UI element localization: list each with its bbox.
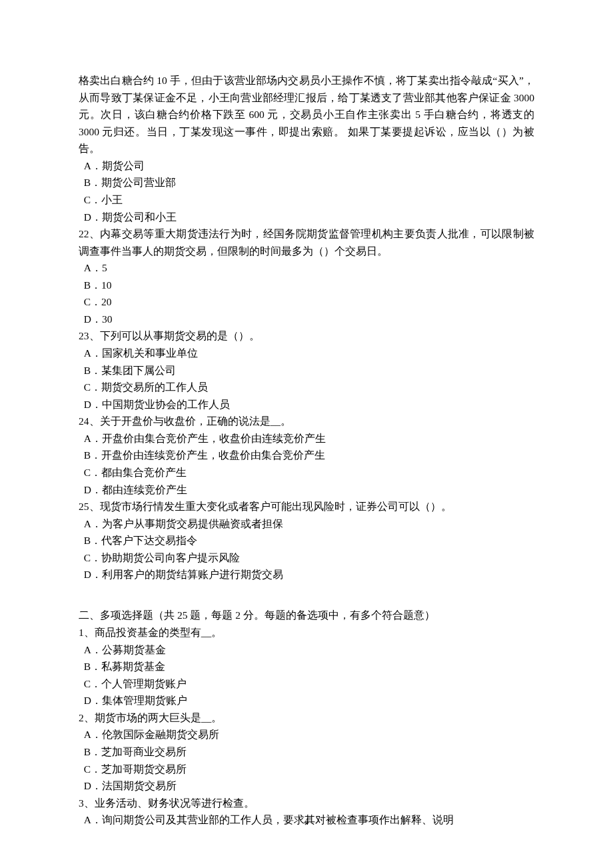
q24-stem: 24、关于开盘价与收盘价，正确的说法是__。 xyxy=(79,413,534,430)
q21-option-c: C．小王 xyxy=(79,191,534,209)
mq1-stem: 1、商品投资基金的类型有__。 xyxy=(79,624,534,641)
q23-option-c: C．期货交易所的工作人员 xyxy=(79,379,534,396)
q23-stem: 23、下列可以从事期货交易的是（）。 xyxy=(79,327,534,345)
intro-paragraph: 格卖出白糖合约 10 手，但由于该营业部场内交易员小王操作不慎，将丁某卖出指令敲… xyxy=(79,72,534,157)
q21-option-d: D．期货公司和小王 xyxy=(79,209,534,226)
mq1-option-b: B．私募期货基金 xyxy=(79,658,534,675)
mq3-stem: 3、业务活动、财务状况等进行检查。 xyxy=(79,795,534,812)
q25-option-a: A．为客户从事期货交易提供融资或者担保 xyxy=(79,515,534,533)
section2-title: 二、多项选择题（共 25 题，每题 2 分。每题的备选项中，有多个符合题意） xyxy=(79,607,534,624)
q25-stem: 25、现货市场行情发生重大变化或者客户可能出现风险时，证券公司可以（）。 xyxy=(79,498,534,515)
q24-option-b: B．开盘价由连续竞价产生，收盘价由集合竞价产生 xyxy=(79,447,534,464)
q25-option-c: C．协助期货公司向客户提示风险 xyxy=(79,549,534,567)
q22-option-d: D．30 xyxy=(79,311,534,328)
q22-option-b: B．10 xyxy=(79,277,534,294)
q22-option-c: C．20 xyxy=(79,293,534,311)
q25-option-b: B．代客户下达交易指令 xyxy=(79,532,534,549)
q21-option-a: A．期货公司 xyxy=(79,157,534,175)
mq2-stem: 2、期货市场的两大巨头是__。 xyxy=(79,709,534,727)
q24-option-c: C．都由集合竞价产生 xyxy=(79,464,534,481)
q22-option-a: A．5 xyxy=(79,259,534,277)
mq1-option-a: A．公募期货基金 xyxy=(79,641,534,659)
q22-stem: 22、内幕交易等重大期货违法行为时，经国务院期货监督管理机构主要负责人批准，可以… xyxy=(79,225,534,259)
mq2-option-d: D．法国期货交易所 xyxy=(79,777,534,795)
page-number: 4 xyxy=(0,814,613,829)
q23-option-b: B．某集团下属公司 xyxy=(79,362,534,379)
q23-option-a: A．国家机关和事业单位 xyxy=(79,345,534,362)
q24-option-a: A．开盘价由集合竞价产生，收盘价由连续竞价产生 xyxy=(79,430,534,447)
q23-option-d: D．中国期货业协会的工作人员 xyxy=(79,396,534,413)
mq2-option-b: B．芝加哥商业交易所 xyxy=(79,743,534,761)
q25-option-d: D．利用客户的期货结算账户进行期货交易 xyxy=(79,566,534,583)
mq2-option-a: A．伦敦国际金融期货交易所 xyxy=(79,726,534,743)
mq1-option-d: D．集体管理期货账户 xyxy=(79,692,534,709)
q24-option-d: D．都由连续竞价产生 xyxy=(79,481,534,499)
q21-option-b: B．期货公司营业部 xyxy=(79,174,534,191)
mq1-option-c: C．个人管理期货账户 xyxy=(79,675,534,693)
document-page: 格卖出白糖合约 10 手，但由于该营业部场内交易员小王操作不慎，将丁某卖出指令敲… xyxy=(0,0,613,868)
mq2-option-c: C．芝加哥期货交易所 xyxy=(79,761,534,778)
